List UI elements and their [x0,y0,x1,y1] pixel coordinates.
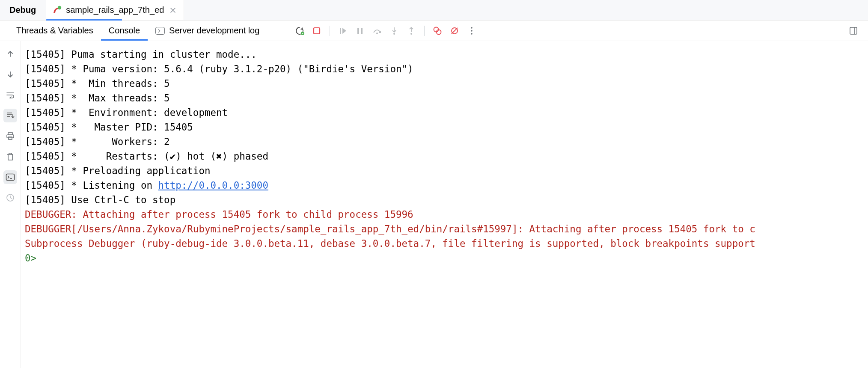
console-line: [15405] * Max threads: 5 [25,91,868,105]
history-icon [6,193,15,202]
more-vertical-icon [468,26,476,36]
console-line: [15405] Puma starting in cluster mode... [25,47,868,62]
toolbar-divider [330,26,330,36]
clear-all-button[interactable] [3,150,17,163]
console-line: [15405] Use Ctrl-C to stop [25,193,868,207]
tab-server-dev-log-label: Server development log [169,26,259,36]
svg-point-13 [471,27,473,29]
arrow-up-icon [6,50,14,58]
step-out-icon [407,27,415,35]
step-over-button[interactable] [370,24,384,38]
svg-rect-3 [340,28,341,34]
svg-rect-16 [850,27,857,34]
scroll-to-end-icon [6,112,15,119]
svg-rect-2 [314,28,320,34]
console-line: [15405] * Puma version: 5.6.4 (ruby 3.1.… [25,62,868,76]
debug-header: Debug sample_rails_app_7th_ed [0,0,868,21]
console-line: [15405] * Master PID: 15405 [25,120,868,134]
pause-icon [356,27,364,35]
soft-wrap-button[interactable] [3,88,17,102]
step-over-icon [372,27,382,35]
step-into-button[interactable] [387,24,401,38]
svg-point-0 [58,6,61,9]
scroll-to-top-button[interactable] [3,47,17,61]
svg-rect-21 [6,174,14,181]
pause-button[interactable] [353,24,367,38]
console-line: [15405] * Restarts: (✔) hot (✖) phased [25,149,868,163]
svg-rect-20 [9,137,12,139]
tab-threads-variables[interactable]: Threads & Variables [9,21,101,41]
more-actions-button[interactable] [465,24,479,38]
svg-point-14 [471,30,473,32]
mute-breakpoints-icon [450,26,459,36]
svg-rect-4 [357,28,359,34]
resume-icon [339,27,347,35]
scroll-to-end-button[interactable] [3,109,17,122]
svg-point-15 [471,33,473,35]
debug-sub-row: Threads & Variables Console Server devel… [0,21,868,41]
history-button[interactable] [3,191,17,205]
layout-icon [849,27,858,35]
resume-button[interactable] [336,24,350,38]
trash-icon [6,152,14,161]
step-out-button[interactable] [404,24,418,38]
debug-title: Debug [0,0,46,20]
svg-point-7 [393,33,395,35]
toolbar-divider [424,26,425,36]
svg-rect-19 [7,135,14,138]
console-line: [15405] * Min threads: 5 [25,76,868,91]
open-debug-console-button[interactable] [3,170,17,184]
soft-wrap-icon [6,92,15,98]
close-tab-button[interactable] [168,6,178,15]
rerun-icon [295,26,304,36]
console-line: [15405] * Workers: 2 [25,134,868,149]
terminal-icon [155,27,165,35]
rails-run-icon [52,6,62,15]
view-breakpoints-button[interactable] [431,24,444,38]
stop-icon [312,27,321,35]
print-button[interactable] [3,129,17,143]
step-into-icon [390,27,398,35]
debug-toolbar [267,24,479,38]
tab-console[interactable]: Console [101,21,148,41]
rerun-button[interactable] [293,24,306,38]
console-line: DEBUGGER: Attaching after process 15405 … [25,207,868,222]
console-output[interactable]: [15405] Puma starting in cluster mode...… [21,41,868,368]
console-line: Subprocess Debugger (ruby-debug-ide 3.0.… [25,236,868,251]
mute-breakpoints-button[interactable] [448,24,461,38]
svg-rect-5 [361,28,363,34]
scroll-to-bottom-button[interactable] [3,68,17,81]
close-icon [170,7,176,13]
debug-console-icon [6,173,15,181]
breakpoints-icon [433,26,442,36]
console-line: DEBUGGER[/Users/Anna.Zykova/RubymineProj… [25,222,868,236]
tab-server-dev-log[interactable]: Server development log [148,26,267,36]
stop-button[interactable] [310,24,324,38]
console-line: 0> [25,251,868,265]
console-link[interactable]: http://0.0.0.0:3000 [158,180,268,191]
print-icon [6,132,15,140]
layout-settings-button[interactable] [847,24,860,38]
console-gutter [0,41,21,368]
svg-point-8 [410,33,412,35]
console-line: [15405] * Preloading application [25,163,868,178]
console-line: [15405] * Listening on http://0.0.0.0:30… [25,178,868,193]
console-line: [15405] * Environment: development [25,105,868,120]
run-config-tab-label: sample_rails_app_7th_ed [66,5,164,15]
run-config-tab[interactable]: sample_rails_app_7th_ed [46,0,184,20]
svg-point-6 [376,33,378,34]
arrow-down-icon [6,71,14,78]
